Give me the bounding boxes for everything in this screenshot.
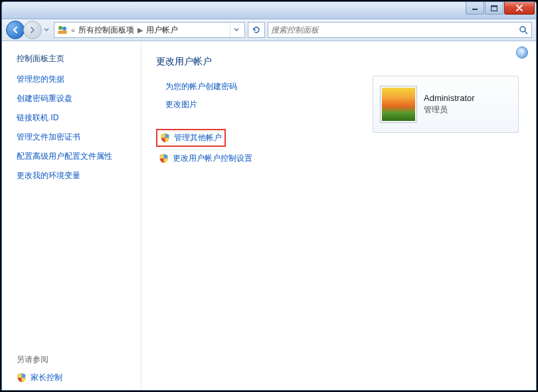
close-button[interactable] [504,2,535,15]
action-manage-other-accounts[interactable]: 管理其他帐户 [157,130,224,146]
shield-icon [159,153,169,163]
search-box[interactable] [268,22,532,38]
parental-control-link[interactable]: 家长控制 [17,372,132,383]
maximize-button[interactable] [485,2,503,15]
see-also-label: 另请参阅 [17,354,132,365]
svg-line-7 [525,31,527,34]
user-card: Administrator 管理员 [373,76,519,133]
page-title: 更改用户帐户 [156,56,521,68]
parental-control-label: 家长控制 [31,372,62,383]
history-dropdown[interactable] [42,23,51,37]
main-panel: ? 更改用户帐户 为您的帐户创建密码 更改图片 管理其他帐户 [141,41,536,390]
svg-point-4 [62,27,66,31]
action-change-uac[interactable]: 更改用户帐户控制设置 [156,151,521,166]
svg-rect-2 [492,5,497,7]
nav-buttons [6,21,51,39]
search-icon[interactable] [518,25,529,35]
user-role: 管理员 [424,104,475,116]
refresh-button[interactable] [248,22,265,38]
user-accounts-icon [57,25,68,35]
sidebar-link-encryption-cert[interactable]: 管理文件加密证书 [17,132,132,143]
svg-rect-0 [472,9,478,10]
breadcrumb-user-accounts[interactable]: 用户帐户 [146,25,178,36]
content-area: 控制面板主页 管理您的凭据 创建密码重设盘 链接联机 ID 管理文件加密证书 配… [2,41,536,390]
sidebar: 控制面板主页 管理您的凭据 创建密码重设盘 链接联机 ID 管理文件加密证书 配… [2,41,141,390]
action-change-uac-label: 更改用户帐户控制设置 [173,153,252,164]
sidebar-link-online-id[interactable]: 链接联机 ID [17,112,132,124]
control-panel-home[interactable]: 控制面板主页 [17,53,132,64]
sidebar-link-env-vars[interactable]: 更改我的环境变量 [17,170,132,181]
minimize-button[interactable] [466,2,484,15]
forward-button[interactable] [23,21,42,39]
avatar-image [382,88,415,121]
address-bar[interactable]: « 所有控制面板项 ▶ 用户帐户 [54,22,245,38]
address-dropdown[interactable] [230,23,242,37]
svg-point-3 [58,26,62,30]
search-input[interactable] [271,25,518,35]
svg-rect-5 [58,31,67,34]
highlight-manage-other: 管理其他帐户 [156,129,226,147]
sidebar-link-profile-props[interactable]: 配置高级用户配置文件属性 [17,151,132,162]
back-button[interactable] [6,21,25,39]
breadcrumb-prefix: « [71,26,75,34]
explorer-window: « 所有控制面板项 ▶ 用户帐户 控制面板主页 管理您的凭据 [1,1,537,391]
shield-icon [160,133,170,143]
navbar: « 所有控制面板项 ▶ 用户帐户 [2,19,536,41]
help-button[interactable]: ? [516,47,528,58]
action-manage-other-label: 管理其他帐户 [174,132,222,144]
svg-point-6 [520,27,525,32]
shield-icon [17,373,27,383]
secondary-actions: 管理其他帐户 更改用户帐户控制设置 [156,129,521,166]
user-name: Administrator [424,93,475,103]
breadcrumb-all-items[interactable]: 所有控制面板项 [78,25,134,36]
avatar [380,86,417,123]
breadcrumb-sep: ▶ [137,26,143,35]
titlebar [2,2,536,19]
sidebar-link-password-reset[interactable]: 创建密码重设盘 [17,93,132,104]
user-info: Administrator 管理员 [424,93,475,116]
sidebar-link-credentials[interactable]: 管理您的凭据 [17,74,132,85]
